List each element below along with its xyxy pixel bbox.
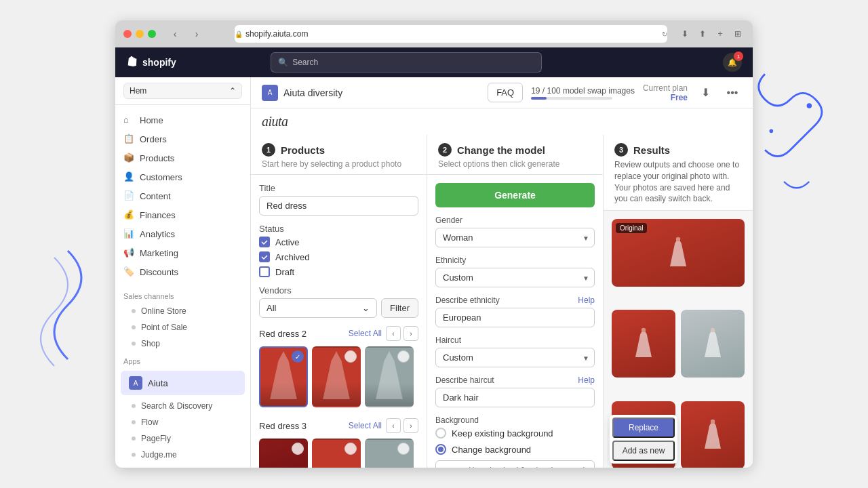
result-card-original[interactable]: Original (612, 219, 745, 287)
vendors-select[interactable]: All ⌄ (259, 298, 377, 318)
sidebar-item-creator[interactable]: Creator Kit (115, 463, 250, 468)
sidebar-item-flow[interactable]: Flow (115, 414, 250, 430)
sidebar-item-search-discovery[interactable]: Search & Discovery (115, 398, 250, 414)
keep-bg-option[interactable]: Keep existing background (435, 428, 595, 439)
store-dropdown[interactable]: Hem ⌃ (123, 83, 242, 99)
photo-thumb-2-2[interactable] (312, 439, 361, 468)
apps-label: Apps (115, 352, 250, 368)
status-draft[interactable]: Draft (259, 266, 418, 277)
sidebar-item-marketing[interactable]: 📢 Marketing (115, 243, 250, 262)
photo-thumb-2-3[interactable] (365, 439, 414, 468)
faq-button[interactable]: FAQ (488, 83, 523, 102)
maximize-button[interactable] (148, 30, 156, 38)
ethnicity-help-link[interactable]: Help (578, 296, 595, 305)
background-description-input[interactable] (435, 460, 595, 468)
sidebar-item-discounts[interactable]: 🏷️ Discounts (115, 262, 250, 281)
sidebar-item-online-store[interactable]: Online Store (115, 303, 250, 319)
active-checkbox[interactable] (259, 237, 270, 247)
photo-group-1-title: Red dress 2 (259, 329, 307, 339)
photo-thumb-1-1[interactable]: ✓ (259, 346, 308, 407)
photo-thumb-1-3[interactable] (365, 346, 414, 407)
result-card-4[interactable] (681, 401, 745, 468)
change-bg-radio[interactable] (435, 444, 446, 455)
url-bar[interactable]: 🔒 shopify.aiuta.com ↻ (235, 25, 667, 43)
sidebar-item-pagefly[interactable]: PageFly (115, 430, 250, 447)
gender-select[interactable]: Woman Man (435, 228, 595, 247)
select-all-2[interactable]: Select All (349, 421, 382, 430)
select-all-1[interactable]: Select All (349, 329, 382, 338)
sidebar-label-search: Search & Discovery (141, 401, 212, 411)
sidebar-item-products[interactable]: 📦 Products (115, 148, 250, 167)
sidebar-item-content[interactable]: 📄 Content (115, 186, 250, 205)
three-columns: 1 Products Start here by selecting a pro… (251, 135, 753, 468)
archived-label: Archived (275, 252, 310, 262)
usage-progress-bar (531, 97, 612, 100)
describe-haircut-field: Describe haircut Help (435, 375, 595, 407)
back-button[interactable]: ‹ (167, 26, 183, 42)
photo-next-1[interactable]: › (403, 326, 418, 341)
sidebar: Hem ⌃ ⌂ Home 📋 Orders 📦 Products (115, 77, 251, 468)
sidebar-item-aiuta[interactable]: A Aiuta (121, 371, 245, 395)
sidebar-icon[interactable]: ⊞ (731, 27, 745, 41)
search-placeholder: Search (292, 58, 318, 67)
keep-bg-radio[interactable] (435, 428, 446, 439)
minimize-button[interactable] (136, 30, 144, 38)
download-icon[interactable]: ⬇ (678, 27, 692, 41)
sidebar-item-judgeme[interactable]: Judge.me (115, 447, 250, 463)
sidebar-label-analytics: Analytics (140, 229, 175, 239)
search-bar[interactable]: 🔍 Search (271, 52, 542, 73)
sidebar-item-orders[interactable]: 📋 Orders (115, 129, 250, 148)
photo-group-2-controls: Select All ‹ › (349, 418, 418, 433)
step-1-header: 1 Products (262, 143, 416, 157)
gender-label: Gender (435, 216, 595, 225)
more-options-btn[interactable]: ••• (723, 83, 742, 102)
describe-ethnicity-input[interactable] (435, 308, 595, 327)
notification-button[interactable]: 🔔 1 (723, 53, 742, 72)
photo-nav-2: ‹ › (386, 418, 418, 433)
aiuta-app-header: A Aiuta diversity FAQ 19 / 100 model swa… (251, 77, 753, 108)
haircut-field: Haircut Custom Short Medium Long ▼ (435, 336, 595, 367)
change-bg-option[interactable]: Change background (435, 444, 595, 455)
sidebar-item-pos[interactable]: Point of Sale (115, 319, 250, 336)
result-card-2[interactable] (681, 310, 745, 378)
photo-prev-2[interactable]: ‹ (386, 418, 401, 433)
status-archived[interactable]: Archived (259, 251, 418, 262)
title-input[interactable] (259, 196, 418, 216)
archived-checkbox[interactable] (259, 251, 270, 262)
results-grid: Original (604, 211, 753, 468)
sidebar-item-home[interactable]: ⌂ Home (115, 110, 250, 129)
status-active[interactable]: Active (259, 237, 418, 247)
svg-point-3 (642, 328, 646, 332)
photo-next-2[interactable]: › (403, 418, 418, 433)
draft-checkbox[interactable] (259, 266, 270, 277)
ethnicity-select[interactable]: Custom African Asian European (435, 268, 595, 287)
photo-prev-1[interactable]: ‹ (386, 326, 401, 341)
results-column: 3 Results Review outputs and choose one … (604, 135, 753, 468)
haircut-help-link[interactable]: Help (578, 375, 595, 385)
describe-haircut-input[interactable] (435, 388, 595, 407)
ethnicity-label: Ethnicity (435, 256, 595, 265)
sidebar-item-finances[interactable]: 💰 Finances (115, 205, 250, 224)
background-field: Background Keep existing background (435, 415, 595, 468)
haircut-select[interactable]: Custom Short Medium Long (435, 348, 595, 367)
filter-button[interactable]: Filter (381, 298, 418, 318)
sidebar-item-shop[interactable]: Shop (115, 336, 250, 352)
photo-thumb-1-2[interactable] (312, 346, 361, 407)
sidebar-item-analytics[interactable]: 📊 Analytics (115, 224, 250, 243)
close-button[interactable] (123, 30, 132, 38)
refresh-icon[interactable]: ↻ (662, 30, 667, 38)
generate-button[interactable]: Generate (435, 183, 595, 207)
share-icon[interactable]: ⬆ (696, 27, 709, 41)
model-col-subtitle: Select options then click generate (438, 159, 592, 169)
replace-button[interactable]: Replace (612, 418, 675, 438)
result-card-1[interactable] (612, 310, 675, 378)
download-icon-btn[interactable]: ⬇ (696, 83, 715, 102)
products-column: 1 Products Start here by selecting a pro… (251, 135, 427, 468)
new-tab-icon[interactable]: + (713, 27, 727, 41)
sidebar-item-customers[interactable]: 👤 Customers (115, 167, 250, 186)
deco-left-icon (14, 237, 102, 373)
vendors-value: All (267, 303, 276, 313)
forward-button[interactable]: › (189, 26, 205, 42)
photo-thumb-2-1[interactable] (259, 439, 308, 468)
add-as-new-button[interactable]: Add as new (612, 441, 675, 461)
